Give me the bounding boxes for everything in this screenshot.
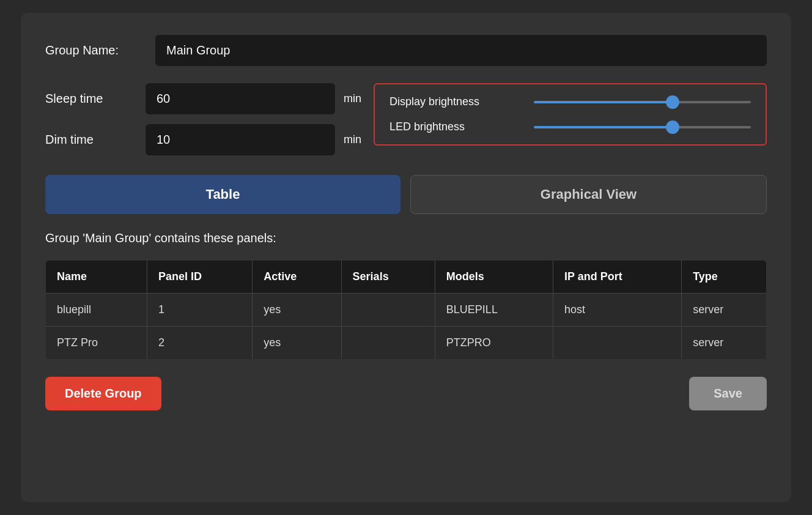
sleep-time-label: Sleep time	[45, 92, 137, 106]
table-cell: yes	[253, 327, 341, 360]
table-cell	[553, 327, 682, 360]
display-brightness-label: Display brightness	[389, 95, 524, 108]
table-row: PTZ Pro2yesPTZPROserver	[46, 327, 767, 360]
table-cell: PTZ Pro	[46, 327, 147, 360]
table-cell: server	[682, 294, 767, 327]
col-header-name: Name	[46, 261, 147, 294]
table-tab-button[interactable]: Table	[45, 175, 400, 214]
group-name-input[interactable]	[155, 35, 767, 66]
bottom-row: Delete Group Save	[45, 377, 767, 410]
col-header-serials: Serials	[341, 261, 435, 294]
main-container: Group Name: Sleep time min Dim time min …	[21, 13, 791, 502]
time-fields: Sleep time min Dim time min	[45, 83, 361, 155]
table-cell: bluepill	[46, 294, 147, 327]
middle-row: Sleep time min Dim time min Display brig…	[45, 83, 767, 155]
table-cell: 1	[147, 294, 252, 327]
graphical-view-tab-button[interactable]: Graphical View	[410, 175, 767, 214]
table-body: bluepill1yesBLUEPILLhostserverPTZ Pro2ye…	[46, 294, 767, 360]
table-cell: server	[682, 327, 767, 360]
sleep-time-input[interactable]	[146, 83, 335, 114]
display-brightness-slider[interactable]	[534, 101, 751, 103]
col-header-active: Active	[253, 261, 341, 294]
group-name-row: Group Name:	[45, 35, 767, 66]
sleep-time-row: Sleep time min	[45, 83, 361, 114]
description-text: Group 'Main Group' contains these panels…	[45, 231, 767, 245]
table-cell: PTZPRO	[435, 327, 553, 360]
table-cell	[341, 327, 435, 360]
brightness-panel: Display brightness LED brightness	[374, 83, 767, 146]
dim-time-row: Dim time min	[45, 124, 361, 155]
table-cell	[341, 294, 435, 327]
display-brightness-row: Display brightness	[389, 95, 751, 108]
dim-time-input[interactable]	[146, 124, 335, 155]
table-header: Name Panel ID Active Serials Models IP a…	[46, 261, 767, 294]
group-name-label: Group Name:	[45, 43, 155, 57]
dim-time-label: Dim time	[45, 133, 137, 147]
save-button[interactable]: Save	[689, 377, 767, 410]
sleep-time-unit: min	[344, 92, 361, 105]
tab-row: Table Graphical View	[45, 175, 767, 214]
led-brightness-label: LED brightness	[389, 120, 524, 133]
table-cell: host	[553, 294, 682, 327]
delete-group-button[interactable]: Delete Group	[45, 377, 161, 410]
col-header-ip-port: IP and Port	[553, 261, 682, 294]
col-header-models: Models	[435, 261, 553, 294]
table-cell: 2	[147, 327, 252, 360]
led-brightness-slider[interactable]	[534, 126, 751, 128]
dim-time-unit: min	[344, 133, 361, 146]
col-header-type: Type	[682, 261, 767, 294]
col-header-panel-id: Panel ID	[147, 261, 252, 294]
table-cell: yes	[253, 294, 341, 327]
table-cell: BLUEPILL	[435, 294, 553, 327]
table-header-row: Name Panel ID Active Serials Models IP a…	[46, 261, 767, 294]
led-brightness-row: LED brightness	[389, 120, 751, 133]
table-row: bluepill1yesBLUEPILLhostserver	[46, 294, 767, 327]
panels-table: Name Panel ID Active Serials Models IP a…	[45, 260, 767, 360]
